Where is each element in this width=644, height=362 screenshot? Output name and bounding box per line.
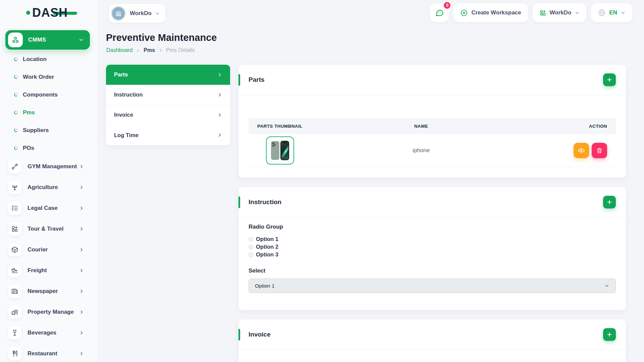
delete-part-button[interactable] xyxy=(592,143,607,158)
sidebar-item-work-order[interactable]: Work Order xyxy=(0,68,97,86)
chevron-right-icon xyxy=(136,48,140,53)
plus-icon xyxy=(606,331,612,338)
sidebar: DASH CMMS Location Work Order Components… xyxy=(0,0,97,362)
sidebar-item-label: Pms xyxy=(23,109,35,116)
sidebar-item-property-manage[interactable]: Property Manage xyxy=(0,302,97,322)
option-select[interactable]: Option 1 xyxy=(249,279,616,293)
sidebar-item-label: Work Order xyxy=(23,74,54,80)
tab-label: Instruction xyxy=(114,92,143,98)
chevron-right-icon xyxy=(79,268,84,273)
breadcrumb-dashboard[interactable]: Dashboard xyxy=(106,47,132,53)
sidebar-item-label: POs xyxy=(23,145,34,152)
sidebar-item-location[interactable]: Location xyxy=(0,50,97,68)
sidebar-item-pms[interactable]: Pms xyxy=(0,104,97,121)
package-icon xyxy=(8,243,21,256)
parts-card-header: Parts xyxy=(238,65,626,95)
chevron-right-icon xyxy=(79,206,84,210)
breadcrumb-pms-details: Pms Details xyxy=(166,47,195,53)
breadcrumb-pms[interactable]: Pms xyxy=(144,47,155,53)
chevron-down-icon xyxy=(78,37,84,43)
plane-icon xyxy=(8,264,21,277)
sidebar-item-label: GYM Management xyxy=(28,163,79,170)
select-value: Option 1 xyxy=(255,283,275,289)
parts-table: PARTS THUMBNAIL NAME ACTION iphone xyxy=(249,118,616,167)
breadcrumb: Dashboard Pms Pms Details xyxy=(106,47,195,53)
accent-bar xyxy=(238,196,240,208)
sidebar-item-label: Newspaper xyxy=(28,288,79,295)
iphone-back-image xyxy=(271,141,279,160)
checklist-icon xyxy=(8,201,21,215)
dumbbell-icon xyxy=(8,160,21,173)
sidebar-item-beverages[interactable]: Beverages xyxy=(0,322,97,343)
iphone-front-image xyxy=(280,141,289,160)
tab-invoice[interactable]: Invoice xyxy=(106,105,230,125)
chevron-right-icon xyxy=(79,330,84,335)
accent-bar xyxy=(238,74,240,86)
sidebar-item-gym-management[interactable]: GYM Management xyxy=(0,156,97,177)
add-instruction-button[interactable] xyxy=(603,196,616,208)
sidebar-item-label: Agriculture xyxy=(28,184,79,191)
part-name: iphone xyxy=(366,147,476,154)
sidebar-item-label: Tour & Travel xyxy=(28,226,79,232)
sidebar-item-label: Components xyxy=(23,92,58,98)
tab-log-time[interactable]: Log Time xyxy=(106,125,230,145)
radio-icon[interactable] xyxy=(249,245,253,249)
sidebar-item-courier[interactable]: Courier xyxy=(0,239,97,260)
sidebar-item-suppliers[interactable]: Suppliers xyxy=(0,121,97,139)
radio-option-2[interactable]: Option 2 xyxy=(249,243,616,251)
radio-icon[interactable] xyxy=(249,252,253,257)
radio-icon[interactable] xyxy=(249,237,253,242)
chevron-right-icon xyxy=(79,289,84,294)
sidebar-item-restaurant[interactable]: Restaurant xyxy=(0,343,97,362)
sidebar-item-label: Restaurant xyxy=(28,350,79,357)
add-invoice-button[interactable] xyxy=(603,328,616,341)
chevron-right-icon xyxy=(79,310,84,314)
invoice-card: Invoice xyxy=(238,319,626,362)
brand-logo[interactable]: DASH xyxy=(26,5,68,20)
accent-bar xyxy=(238,329,240,341)
chevron-right-icon xyxy=(217,133,222,137)
sprout-icon xyxy=(8,181,21,194)
main-content: Preventive Maintenance Dashboard Pms Pms… xyxy=(97,0,644,362)
tab-parts[interactable]: Parts xyxy=(106,65,230,85)
trash-icon xyxy=(596,147,603,154)
plus-icon xyxy=(606,77,612,83)
brand-logo-text: DASH xyxy=(32,6,68,20)
radio-option-3[interactable]: Option 3 xyxy=(249,251,616,258)
sidebar-item-freight[interactable]: Freight xyxy=(0,260,97,281)
bullet-icon xyxy=(14,93,18,97)
radio-group-label: Radio Group xyxy=(249,224,616,230)
sidebar-item-pos[interactable]: POs xyxy=(0,139,97,157)
chevron-right-icon xyxy=(79,185,84,190)
cutlery-icon xyxy=(8,347,21,360)
sidebar-item-components[interactable]: Components xyxy=(0,86,97,104)
bullet-icon xyxy=(14,57,18,61)
chevron-right-icon xyxy=(217,93,222,97)
tab-label: Log Time xyxy=(114,132,139,138)
part-thumbnail[interactable] xyxy=(266,136,294,165)
instruction-card-header: Instruction xyxy=(238,187,626,218)
radio-option-label: Option 1 xyxy=(256,236,278,242)
chevron-down-icon xyxy=(604,283,609,288)
chevron-right-icon xyxy=(79,164,84,169)
sidebar-app-cmms-button[interactable]: CMMS xyxy=(5,30,90,50)
sidebar-item-agriculture[interactable]: Agriculture xyxy=(0,177,97,198)
parts-card-title: Parts xyxy=(249,76,265,83)
tab-instruction[interactable]: Instruction xyxy=(106,85,230,105)
bullet-icon xyxy=(14,146,18,150)
radio-option-1[interactable]: Option 1 xyxy=(249,235,616,243)
instruction-body: Radio Group Option 1 Option 2 Option 3 S… xyxy=(238,218,626,293)
chevron-right-icon xyxy=(158,48,163,53)
chevron-right-icon xyxy=(79,351,84,356)
bullet-icon xyxy=(14,75,18,79)
sidebar-item-tour-travel[interactable]: Tour & Travel xyxy=(0,219,97,239)
sidebar-item-legal-case[interactable]: Legal Case xyxy=(0,198,97,219)
add-part-button[interactable] xyxy=(603,73,616,86)
col-header-action: ACTION xyxy=(476,124,616,129)
sidebar-item-label: Beverages xyxy=(28,329,79,336)
sidebar-item-newspaper[interactable]: Newspaper xyxy=(0,281,97,302)
cmms-submenu: Location Work Order Components Pms Suppl… xyxy=(0,50,97,157)
bullet-icon xyxy=(14,110,18,115)
view-part-button[interactable] xyxy=(574,143,589,158)
eye-icon xyxy=(578,147,585,154)
